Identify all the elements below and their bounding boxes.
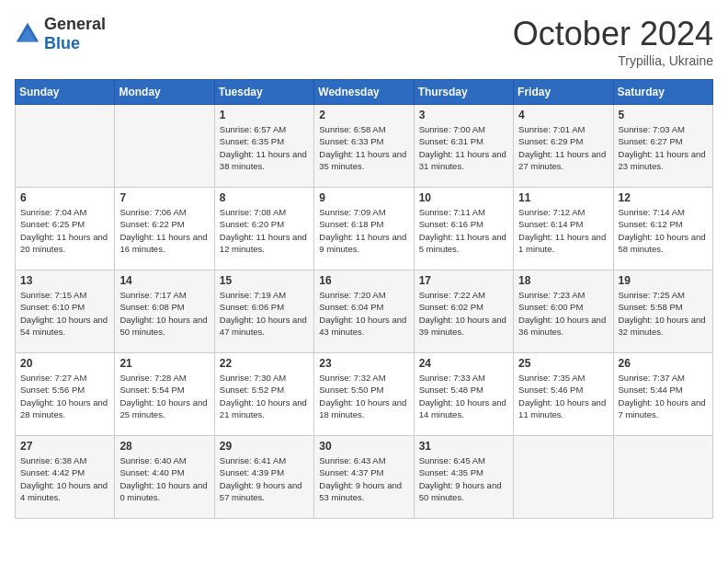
calendar-cell: 5Sunrise: 7:03 AM Sunset: 6:27 PM Daylig… xyxy=(613,105,712,188)
calendar-cell: 16Sunrise: 7:20 AM Sunset: 6:04 PM Dayli… xyxy=(314,270,414,353)
day-number: 22 xyxy=(220,357,309,370)
day-number: 31 xyxy=(419,440,508,453)
day-info: Sunrise: 7:17 AM Sunset: 6:08 PM Dayligh… xyxy=(119,289,209,338)
day-info: Sunrise: 7:03 AM Sunset: 6:27 PM Dayligh… xyxy=(619,123,708,172)
day-number: 16 xyxy=(319,274,408,287)
calendar-cell: 12Sunrise: 7:14 AM Sunset: 6:12 PM Dayli… xyxy=(613,188,712,270)
month-year-title: October 2024 xyxy=(513,15,713,53)
day-number: 8 xyxy=(220,191,309,204)
logo-icon xyxy=(15,21,40,47)
calendar-cell: 24Sunrise: 7:33 AM Sunset: 5:48 PM Dayli… xyxy=(414,353,513,436)
calendar-cell: 27Sunrise: 6:38 AM Sunset: 4:42 PM Dayli… xyxy=(16,436,115,519)
calendar-cell: 22Sunrise: 7:30 AM Sunset: 5:52 PM Dayli… xyxy=(214,353,313,436)
calendar-cell xyxy=(16,105,115,188)
weekday-header-saturday: Saturday xyxy=(613,80,712,105)
day-info: Sunrise: 7:23 AM Sunset: 6:00 PM Dayligh… xyxy=(518,289,608,338)
calendar-cell: 13Sunrise: 7:15 AM Sunset: 6:10 PM Dayli… xyxy=(16,270,115,353)
day-number: 7 xyxy=(119,191,209,204)
week-row-2: 6Sunrise: 7:04 AM Sunset: 6:25 PM Daylig… xyxy=(16,188,713,270)
page-header: General Blue October 2024 Trypillia, Ukr… xyxy=(15,15,713,68)
day-number: 1 xyxy=(220,109,309,121)
day-info: Sunrise: 7:11 AM Sunset: 6:16 PM Dayligh… xyxy=(419,206,508,255)
day-info: Sunrise: 7:37 AM Sunset: 5:44 PM Dayligh… xyxy=(619,372,708,420)
day-info: Sunrise: 6:57 AM Sunset: 6:35 PM Dayligh… xyxy=(220,123,309,172)
logo-blue: Blue xyxy=(44,34,80,52)
day-number: 18 xyxy=(518,274,608,287)
day-info: Sunrise: 7:22 AM Sunset: 6:02 PM Dayligh… xyxy=(419,289,508,338)
calendar-cell xyxy=(613,436,712,519)
day-info: Sunrise: 6:40 AM Sunset: 4:40 PM Dayligh… xyxy=(119,454,209,503)
calendar-cell: 3Sunrise: 7:00 AM Sunset: 6:31 PM Daylig… xyxy=(414,105,513,188)
day-info: Sunrise: 7:14 AM Sunset: 6:12 PM Dayligh… xyxy=(619,206,708,255)
day-info: Sunrise: 7:28 AM Sunset: 5:54 PM Dayligh… xyxy=(119,372,209,420)
weekday-header-wednesday: Wednesday xyxy=(314,80,414,105)
day-info: Sunrise: 6:41 AM Sunset: 4:39 PM Dayligh… xyxy=(220,454,309,503)
day-number: 15 xyxy=(220,274,309,287)
day-number: 17 xyxy=(419,274,508,287)
day-number: 11 xyxy=(518,191,608,204)
calendar-cell: 7Sunrise: 7:06 AM Sunset: 6:22 PM Daylig… xyxy=(115,188,214,270)
weekday-header-sunday: Sunday xyxy=(16,80,115,105)
calendar-cell: 11Sunrise: 7:12 AM Sunset: 6:14 PM Dayli… xyxy=(514,188,613,270)
calendar-cell: 19Sunrise: 7:25 AM Sunset: 5:58 PM Dayli… xyxy=(613,270,712,353)
day-info: Sunrise: 7:20 AM Sunset: 6:04 PM Dayligh… xyxy=(319,289,408,338)
weekday-header-thursday: Thursday xyxy=(414,80,513,105)
day-info: Sunrise: 7:25 AM Sunset: 5:58 PM Dayligh… xyxy=(619,289,708,338)
week-row-5: 27Sunrise: 6:38 AM Sunset: 4:42 PM Dayli… xyxy=(16,436,713,519)
logo-text: General Blue xyxy=(44,15,106,53)
calendar-cell xyxy=(514,436,613,519)
day-info: Sunrise: 7:19 AM Sunset: 6:06 PM Dayligh… xyxy=(220,289,309,338)
weekday-header-friday: Friday xyxy=(514,80,613,105)
day-number: 9 xyxy=(319,191,408,204)
day-info: Sunrise: 7:12 AM Sunset: 6:14 PM Dayligh… xyxy=(518,206,608,255)
day-info: Sunrise: 7:30 AM Sunset: 5:52 PM Dayligh… xyxy=(220,372,309,420)
day-number: 14 xyxy=(119,274,209,287)
calendar-cell: 18Sunrise: 7:23 AM Sunset: 6:00 PM Dayli… xyxy=(514,270,613,353)
calendar-cell: 9Sunrise: 7:09 AM Sunset: 6:18 PM Daylig… xyxy=(314,188,414,270)
day-number: 19 xyxy=(619,274,708,287)
calendar-cell: 2Sunrise: 6:58 AM Sunset: 6:33 PM Daylig… xyxy=(314,105,414,188)
calendar-cell: 29Sunrise: 6:41 AM Sunset: 4:39 PM Dayli… xyxy=(214,436,313,519)
calendar-cell: 1Sunrise: 6:57 AM Sunset: 6:35 PM Daylig… xyxy=(214,105,313,188)
day-info: Sunrise: 7:09 AM Sunset: 6:18 PM Dayligh… xyxy=(319,206,408,255)
day-number: 26 xyxy=(619,357,708,370)
location-subtitle: Trypillia, Ukraine xyxy=(513,53,713,68)
day-info: Sunrise: 6:45 AM Sunset: 4:35 PM Dayligh… xyxy=(419,454,508,503)
calendar-cell: 21Sunrise: 7:28 AM Sunset: 5:54 PM Dayli… xyxy=(115,353,214,436)
week-row-3: 13Sunrise: 7:15 AM Sunset: 6:10 PM Dayli… xyxy=(16,270,713,353)
calendar-cell: 17Sunrise: 7:22 AM Sunset: 6:02 PM Dayli… xyxy=(414,270,513,353)
day-info: Sunrise: 7:35 AM Sunset: 5:46 PM Dayligh… xyxy=(518,372,608,420)
day-number: 5 xyxy=(619,109,708,121)
calendar-cell: 26Sunrise: 7:37 AM Sunset: 5:44 PM Dayli… xyxy=(613,353,712,436)
day-info: Sunrise: 7:06 AM Sunset: 6:22 PM Dayligh… xyxy=(119,206,209,255)
calendar-cell: 10Sunrise: 7:11 AM Sunset: 6:16 PM Dayli… xyxy=(414,188,513,270)
title-block: October 2024 Trypillia, Ukraine xyxy=(513,15,713,68)
calendar-cell: 4Sunrise: 7:01 AM Sunset: 6:29 PM Daylig… xyxy=(514,105,613,188)
weekday-header-row: SundayMondayTuesdayWednesdayThursdayFrid… xyxy=(16,80,713,105)
calendar-table: SundayMondayTuesdayWednesdayThursdayFrid… xyxy=(15,79,713,519)
calendar-cell xyxy=(115,105,214,188)
day-number: 12 xyxy=(619,191,708,204)
day-info: Sunrise: 7:08 AM Sunset: 6:20 PM Dayligh… xyxy=(220,206,309,255)
day-number: 2 xyxy=(319,109,408,121)
day-number: 13 xyxy=(20,274,109,287)
calendar-cell: 30Sunrise: 6:43 AM Sunset: 4:37 PM Dayli… xyxy=(314,436,414,519)
weekday-header-monday: Monday xyxy=(115,80,214,105)
week-row-4: 20Sunrise: 7:27 AM Sunset: 5:56 PM Dayli… xyxy=(16,353,713,436)
day-info: Sunrise: 7:04 AM Sunset: 6:25 PM Dayligh… xyxy=(20,206,109,255)
day-number: 20 xyxy=(20,357,109,370)
weekday-header-tuesday: Tuesday xyxy=(214,80,313,105)
day-number: 29 xyxy=(220,440,309,453)
calendar-cell: 25Sunrise: 7:35 AM Sunset: 5:46 PM Dayli… xyxy=(514,353,613,436)
logo: General Blue xyxy=(15,15,106,53)
day-info: Sunrise: 6:58 AM Sunset: 6:33 PM Dayligh… xyxy=(319,123,408,172)
calendar-cell: 6Sunrise: 7:04 AM Sunset: 6:25 PM Daylig… xyxy=(16,188,115,270)
day-info: Sunrise: 7:01 AM Sunset: 6:29 PM Dayligh… xyxy=(518,123,608,172)
day-info: Sunrise: 7:00 AM Sunset: 6:31 PM Dayligh… xyxy=(419,123,508,172)
day-number: 30 xyxy=(319,440,408,453)
day-number: 4 xyxy=(518,109,608,121)
day-number: 28 xyxy=(119,440,209,453)
day-info: Sunrise: 6:43 AM Sunset: 4:37 PM Dayligh… xyxy=(319,454,408,503)
calendar-cell: 8Sunrise: 7:08 AM Sunset: 6:20 PM Daylig… xyxy=(214,188,313,270)
calendar-cell: 31Sunrise: 6:45 AM Sunset: 4:35 PM Dayli… xyxy=(414,436,513,519)
